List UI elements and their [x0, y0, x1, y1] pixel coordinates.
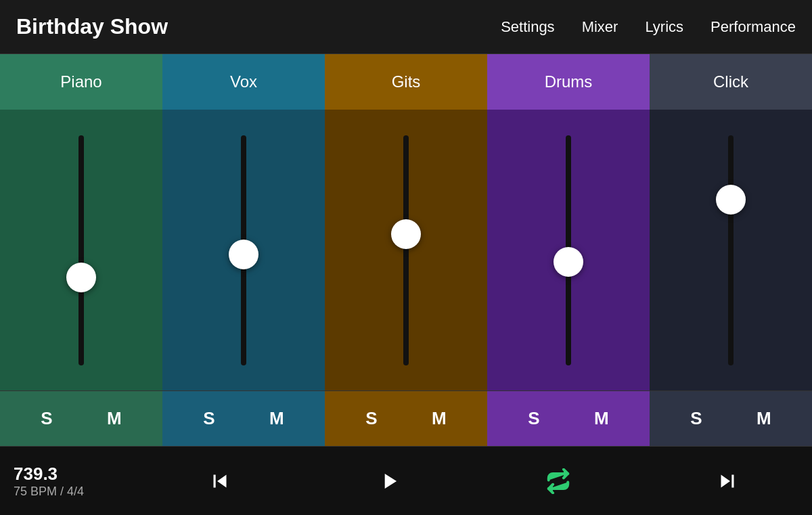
fader-channel-piano	[0, 110, 162, 390]
fader-track-piano[interactable]	[78, 135, 84, 365]
mute-button-gits[interactable]: M	[421, 403, 457, 434]
channel-tab-piano[interactable]: Piano	[0, 54, 162, 110]
sm-channel-drums: SM	[487, 391, 650, 446]
solo-button-vox[interactable]: S	[192, 403, 225, 434]
solo-button-piano[interactable]: S	[30, 403, 63, 434]
fader-knob-gits[interactable]	[391, 219, 421, 249]
header-nav: Settings Mixer Lyrics Performance	[501, 18, 796, 36]
channel-tabs: PianoVoxGitsDrumsClick	[0, 54, 812, 110]
play-button[interactable]	[376, 468, 402, 494]
skip-forward-button[interactable]	[715, 468, 740, 494]
sm-channel-gits: SM	[325, 391, 487, 446]
header: Birthday Show Settings Mixer Lyrics Perf…	[0, 0, 812, 54]
fader-channel-click	[650, 110, 812, 390]
mute-button-piano[interactable]: M	[96, 403, 133, 434]
nav-mixer[interactable]: Mixer	[582, 18, 618, 36]
fader-knob-drums[interactable]	[554, 247, 583, 277]
sm-channel-piano: SM	[0, 391, 162, 446]
transport-bar: 739.3 75 BPM / 4/4	[0, 446, 812, 515]
sm-channel-click: SM	[650, 391, 812, 446]
fader-knob-vox[interactable]	[229, 240, 258, 269]
transport-bpm: 75 BPM / 4/4	[14, 485, 135, 499]
sm-channel-vox: SM	[162, 391, 325, 446]
solo-button-drums[interactable]: S	[517, 403, 550, 434]
nav-performance[interactable]: Performance	[710, 18, 796, 36]
fader-channel-vox	[162, 110, 325, 390]
mute-button-vox[interactable]: M	[258, 403, 295, 434]
fader-area	[0, 110, 812, 390]
skip-back-button[interactable]	[207, 468, 233, 494]
fader-channel-drums	[487, 110, 650, 390]
app-title: Birthday Show	[16, 14, 168, 39]
fader-track-gits[interactable]	[403, 135, 409, 365]
channel-tab-gits[interactable]: Gits	[325, 54, 487, 110]
sm-area: SMSMSMSMSM	[0, 390, 812, 446]
fader-knob-click[interactable]	[716, 185, 746, 215]
transport-info: 739.3 75 BPM / 4/4	[0, 464, 135, 499]
mute-button-drums[interactable]: M	[583, 403, 620, 434]
transport-position: 739.3	[14, 464, 135, 485]
nav-lyrics[interactable]: Lyrics	[645, 18, 683, 36]
fader-track-drums[interactable]	[566, 135, 571, 365]
fader-channel-gits	[325, 110, 487, 390]
fader-track-click[interactable]	[728, 135, 734, 365]
fader-knob-piano[interactable]	[66, 263, 96, 292]
transport-controls	[135, 468, 812, 494]
solo-button-gits[interactable]: S	[355, 403, 388, 434]
loop-button[interactable]	[545, 468, 571, 494]
channel-tab-vox[interactable]: Vox	[162, 54, 325, 110]
fader-track-vox[interactable]	[241, 135, 246, 365]
channel-tab-drums[interactable]: Drums	[487, 54, 650, 110]
nav-settings[interactable]: Settings	[501, 18, 555, 36]
solo-button-click[interactable]: S	[679, 403, 713, 434]
channel-tab-click[interactable]: Click	[650, 54, 812, 110]
mute-button-click[interactable]: M	[746, 403, 782, 434]
